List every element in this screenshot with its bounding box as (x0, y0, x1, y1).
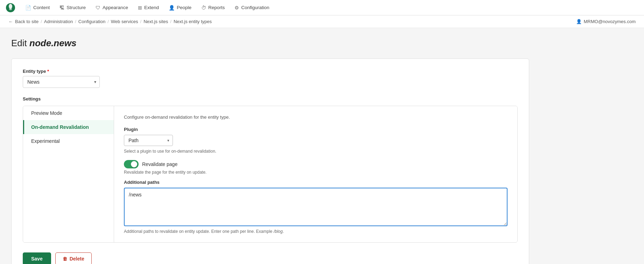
sidebar-item-experimental[interactable]: Experimental (23, 134, 114, 148)
additional-paths-label: Additional paths (124, 180, 507, 185)
settings-sidebar: Preview Mode On-demand Revalidation Expe… (23, 106, 114, 242)
svg-point-1 (9, 4, 12, 9)
settings-layout: Preview Mode On-demand Revalidation Expe… (23, 106, 518, 243)
footer-actions: Save 🗑 Delete (23, 252, 518, 264)
additional-paths-field: Additional paths Additional paths to rev… (124, 180, 507, 234)
nav-structure[interactable]: 🏗 Structure (55, 3, 90, 13)
sidebar-item-preview-mode[interactable]: Preview Mode (23, 106, 114, 120)
breadcrumb-administration[interactable]: Administration (44, 19, 73, 24)
entity-type-select-wrapper: News ▾ (23, 76, 100, 88)
delete-icon: 🗑 (63, 256, 67, 262)
breadcrumb-nextjs-sites[interactable]: Next.js sites (144, 19, 168, 24)
structure-icon: 🏗 (59, 5, 64, 11)
nav-extend[interactable]: ⊞ Extend (134, 3, 163, 13)
breadcrumb: ← Back to site / Administration / Config… (8, 19, 212, 24)
delete-button[interactable]: 🗑 Delete (55, 252, 92, 264)
nav-configuration[interactable]: ⚙ Configuration (230, 3, 273, 13)
plugin-field: Plugin Path ▾ Select a plugin to use for… (124, 127, 507, 154)
entity-type-select[interactable]: News (23, 76, 100, 88)
user-info: 👤 MRMO@novozymes.com (576, 19, 636, 24)
content-icon: 📄 (25, 5, 31, 11)
user-icon: 👤 (576, 19, 582, 24)
settings-section-label: Settings (23, 96, 518, 102)
settings-main: Configure on-demand revalidation for the… (114, 106, 517, 242)
revalidate-toggle[interactable] (124, 160, 139, 168)
breadcrumb-bar: ← Back to site / Administration / Config… (0, 15, 644, 28)
breadcrumb-configuration[interactable]: Configuration (78, 19, 105, 24)
nav-appearance[interactable]: 🛡 Appearance (91, 3, 132, 13)
appearance-icon: 🛡 (96, 5, 100, 11)
top-nav: 📄 Content 🏗 Structure 🛡 Appearance ⊞ Ext… (0, 0, 644, 15)
sidebar-item-on-demand-revalidation[interactable]: On-demand Revalidation (23, 120, 114, 134)
additional-paths-hint: Additional paths to revalidate on entity… (124, 229, 507, 234)
plugin-select-wrapper: Path ▾ (124, 135, 173, 146)
nav-people[interactable]: 👤 People (164, 3, 196, 13)
additional-paths-textarea[interactable] (124, 188, 507, 226)
plugin-hint: Select a plugin to use for on-demand rev… (124, 149, 507, 154)
page-title: Edit node.news (11, 38, 633, 49)
plugin-label: Plugin (124, 127, 507, 132)
form-card: Entity type * News ▾ Settings Preview Mo… (11, 58, 529, 264)
site-logo[interactable] (6, 3, 15, 13)
breadcrumb-web-services[interactable]: Web services (111, 19, 138, 24)
nav-content[interactable]: 📄 Content (21, 3, 54, 13)
breadcrumb-current: Next.js entity types (174, 19, 212, 24)
svg-point-2 (9, 8, 12, 10)
nav-reports[interactable]: ⏱ Reports (197, 3, 229, 13)
configuration-icon: ⚙ (234, 5, 239, 11)
save-button[interactable]: Save (23, 252, 51, 264)
back-to-site-link[interactable]: ← Back to site (8, 19, 38, 24)
plugin-select[interactable]: Path (124, 135, 173, 146)
toggle-slider (124, 160, 139, 168)
people-icon: 👤 (169, 5, 175, 11)
entity-type-field: Entity type * News ▾ (23, 69, 518, 88)
settings-description: Configure on-demand revalidation for the… (124, 114, 507, 120)
toggle-label: Revalidate page (142, 161, 177, 167)
toggle-row: Revalidate page (124, 160, 507, 168)
reports-icon: ⏱ (201, 5, 206, 11)
back-arrow-icon: ← (8, 19, 13, 24)
toggle-sublabel: Revalidate the page for the entity on up… (124, 170, 507, 175)
entity-type-label: Entity type * (23, 69, 518, 74)
extend-icon: ⊞ (138, 5, 142, 11)
page-content: Edit node.news Entity type * News ▾ Sett… (0, 28, 644, 264)
